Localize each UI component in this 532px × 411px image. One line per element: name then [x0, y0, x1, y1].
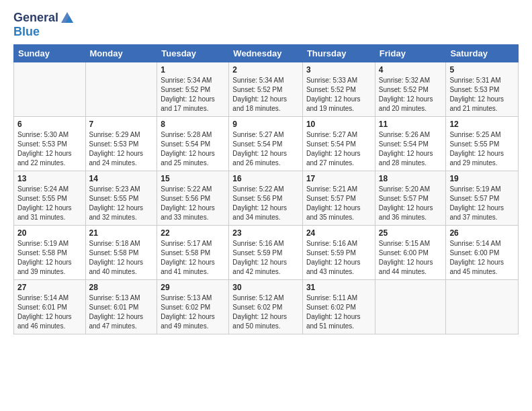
- day-number: 17: [306, 174, 371, 183]
- calendar-cell: 16Sunrise: 5:22 AM Sunset: 5:56 PM Dayli…: [229, 171, 303, 225]
- day-number: 8: [161, 120, 225, 129]
- day-number: 2: [232, 65, 299, 75]
- calendar-cell: 5Sunrise: 5:31 AM Sunset: 5:53 PM Daylig…: [446, 62, 519, 116]
- day-number: 11: [379, 120, 443, 129]
- calendar-cell: 9Sunrise: 5:27 AM Sunset: 5:54 PM Daylig…: [229, 116, 303, 171]
- day-info: Sunrise: 5:28 AM Sunset: 5:54 PM Dayligh…: [161, 130, 225, 168]
- day-number: 15: [161, 174, 225, 183]
- day-info: Sunrise: 5:17 AM Sunset: 5:58 PM Dayligh…: [161, 239, 225, 277]
- weekday-header-monday: Monday: [85, 44, 157, 62]
- weekday-header-wednesday: Wednesday: [229, 44, 303, 62]
- calendar-cell: 4Sunrise: 5:32 AM Sunset: 5:52 PM Daylig…: [375, 62, 446, 116]
- calendar-table: SundayMondayTuesdayWednesdayThursdayFrid…: [13, 44, 519, 334]
- calendar-cell: 25Sunrise: 5:15 AM Sunset: 6:00 PM Dayli…: [375, 225, 446, 279]
- day-number: 24: [306, 228, 371, 238]
- calendar-cell: 6Sunrise: 5:30 AM Sunset: 5:53 PM Daylig…: [14, 116, 86, 171]
- day-info: Sunrise: 5:30 AM Sunset: 5:53 PM Dayligh…: [17, 130, 82, 168]
- day-info: Sunrise: 5:13 AM Sunset: 6:01 PM Dayligh…: [89, 293, 154, 331]
- day-number: 20: [17, 228, 82, 238]
- weekday-header-row: SundayMondayTuesdayWednesdayThursdayFrid…: [14, 44, 519, 62]
- calendar-cell: 11Sunrise: 5:26 AM Sunset: 5:54 PM Dayli…: [375, 116, 446, 171]
- day-info: Sunrise: 5:21 AM Sunset: 5:57 PM Dayligh…: [306, 185, 371, 222]
- calendar-week-row: 27Sunrise: 5:14 AM Sunset: 6:01 PM Dayli…: [14, 279, 519, 334]
- calendar-cell: 7Sunrise: 5:29 AM Sunset: 5:53 PM Daylig…: [85, 116, 157, 171]
- day-info: Sunrise: 5:15 AM Sunset: 6:00 PM Dayligh…: [379, 239, 443, 277]
- day-number: 19: [449, 174, 515, 183]
- day-number: 12: [449, 120, 515, 129]
- day-number: 29: [161, 283, 225, 292]
- calendar-cell: 15Sunrise: 5:22 AM Sunset: 5:56 PM Dayli…: [157, 171, 229, 225]
- day-number: 6: [17, 120, 82, 129]
- day-info: Sunrise: 5:27 AM Sunset: 5:54 PM Dayligh…: [232, 130, 299, 168]
- day-number: 4: [379, 65, 443, 75]
- calendar-cell: 30Sunrise: 5:12 AM Sunset: 6:02 PM Dayli…: [229, 279, 303, 334]
- calendar-cell: 8Sunrise: 5:28 AM Sunset: 5:54 PM Daylig…: [157, 116, 229, 171]
- calendar-cell: 19Sunrise: 5:19 AM Sunset: 5:57 PM Dayli…: [446, 171, 519, 225]
- calendar-cell: [14, 62, 86, 116]
- day-info: Sunrise: 5:19 AM Sunset: 5:58 PM Dayligh…: [17, 239, 82, 277]
- day-info: Sunrise: 5:11 AM Sunset: 6:02 PM Dayligh…: [306, 293, 371, 331]
- day-number: 23: [232, 228, 299, 238]
- calendar-cell: 24Sunrise: 5:16 AM Sunset: 5:59 PM Dayli…: [302, 225, 375, 279]
- day-number: 22: [161, 228, 225, 238]
- weekday-header-sunday: Sunday: [14, 44, 86, 62]
- day-number: 13: [17, 174, 82, 183]
- day-number: 3: [306, 65, 371, 75]
- day-info: Sunrise: 5:20 AM Sunset: 5:57 PM Dayligh…: [379, 185, 443, 222]
- day-number: 18: [379, 174, 443, 183]
- day-info: Sunrise: 5:14 AM Sunset: 6:00 PM Dayligh…: [449, 239, 515, 277]
- calendar-week-row: 6Sunrise: 5:30 AM Sunset: 5:53 PM Daylig…: [14, 116, 519, 171]
- logo-text-blue: Blue: [13, 25, 40, 38]
- day-info: Sunrise: 5:33 AM Sunset: 5:52 PM Dayligh…: [306, 76, 371, 113]
- day-number: 10: [306, 120, 371, 129]
- day-number: 31: [306, 283, 371, 292]
- weekday-header-friday: Friday: [375, 44, 446, 62]
- day-number: 26: [449, 228, 515, 238]
- day-number: 27: [17, 283, 82, 292]
- calendar-cell: 18Sunrise: 5:20 AM Sunset: 5:57 PM Dayli…: [375, 171, 446, 225]
- day-number: 28: [89, 283, 154, 292]
- calendar-cell: [446, 279, 519, 334]
- calendar-cell: 29Sunrise: 5:13 AM Sunset: 6:02 PM Dayli…: [157, 279, 229, 334]
- calendar-cell: 28Sunrise: 5:13 AM Sunset: 6:01 PM Dayli…: [85, 279, 157, 334]
- calendar-cell: [375, 279, 446, 334]
- day-info: Sunrise: 5:22 AM Sunset: 5:56 PM Dayligh…: [232, 185, 299, 222]
- day-number: 30: [232, 283, 299, 292]
- day-number: 1: [161, 65, 225, 75]
- day-info: Sunrise: 5:29 AM Sunset: 5:53 PM Dayligh…: [89, 130, 154, 168]
- calendar-page: General Blue SundayMondayTuesdayWednesda…: [0, 0, 532, 341]
- calendar-cell: 21Sunrise: 5:18 AM Sunset: 5:58 PM Dayli…: [85, 225, 157, 279]
- day-info: Sunrise: 5:23 AM Sunset: 5:55 PM Dayligh…: [89, 185, 154, 222]
- calendar-cell: 14Sunrise: 5:23 AM Sunset: 5:55 PM Dayli…: [85, 171, 157, 225]
- calendar-cell: 26Sunrise: 5:14 AM Sunset: 6:00 PM Dayli…: [446, 225, 519, 279]
- calendar-cell: 22Sunrise: 5:17 AM Sunset: 5:58 PM Dayli…: [157, 225, 229, 279]
- calendar-cell: 2Sunrise: 5:34 AM Sunset: 5:52 PM Daylig…: [229, 62, 303, 116]
- day-info: Sunrise: 5:14 AM Sunset: 6:01 PM Dayligh…: [17, 293, 82, 331]
- day-info: Sunrise: 5:13 AM Sunset: 6:02 PM Dayligh…: [161, 293, 225, 331]
- calendar-cell: 12Sunrise: 5:25 AM Sunset: 5:55 PM Dayli…: [446, 116, 519, 171]
- calendar-cell: 31Sunrise: 5:11 AM Sunset: 6:02 PM Dayli…: [302, 279, 375, 334]
- day-info: Sunrise: 5:16 AM Sunset: 5:59 PM Dayligh…: [232, 239, 299, 277]
- day-info: Sunrise: 5:34 AM Sunset: 5:52 PM Dayligh…: [232, 76, 299, 113]
- day-info: Sunrise: 5:22 AM Sunset: 5:56 PM Dayligh…: [161, 185, 225, 222]
- calendar-week-row: 1Sunrise: 5:34 AM Sunset: 5:52 PM Daylig…: [14, 62, 519, 116]
- day-number: 25: [379, 228, 443, 238]
- day-number: 7: [89, 120, 154, 129]
- calendar-cell: 10Sunrise: 5:27 AM Sunset: 5:54 PM Dayli…: [302, 116, 375, 171]
- calendar-cell: [85, 62, 157, 116]
- calendar-cell: 1Sunrise: 5:34 AM Sunset: 5:52 PM Daylig…: [157, 62, 229, 116]
- logo-icon: [60, 11, 75, 26]
- calendar-cell: 27Sunrise: 5:14 AM Sunset: 6:01 PM Dayli…: [14, 279, 86, 334]
- page-header: General Blue: [13, 11, 519, 39]
- day-number: 21: [89, 228, 154, 238]
- day-number: 5: [449, 65, 515, 75]
- day-info: Sunrise: 5:16 AM Sunset: 5:59 PM Dayligh…: [306, 239, 371, 277]
- weekday-header-tuesday: Tuesday: [157, 44, 229, 62]
- logo-text-general: General: [13, 11, 58, 25]
- calendar-week-row: 20Sunrise: 5:19 AM Sunset: 5:58 PM Dayli…: [14, 225, 519, 279]
- calendar-cell: 17Sunrise: 5:21 AM Sunset: 5:57 PM Dayli…: [302, 171, 375, 225]
- weekday-header-thursday: Thursday: [302, 44, 375, 62]
- calendar-week-row: 13Sunrise: 5:24 AM Sunset: 5:55 PM Dayli…: [14, 171, 519, 225]
- day-info: Sunrise: 5:19 AM Sunset: 5:57 PM Dayligh…: [449, 185, 515, 222]
- day-info: Sunrise: 5:32 AM Sunset: 5:52 PM Dayligh…: [379, 76, 443, 113]
